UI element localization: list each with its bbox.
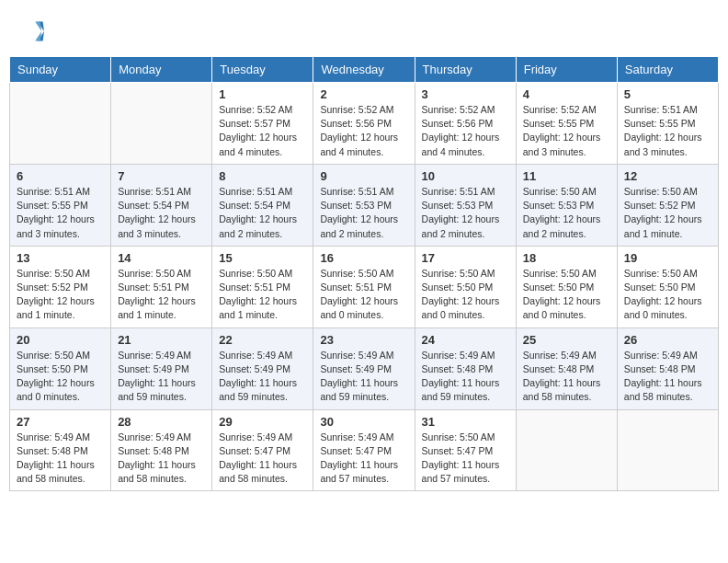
table-row: 10Sunrise: 5:51 AMSunset: 5:53 PMDayligh… [415, 164, 516, 246]
day-number: 29 [219, 415, 306, 429]
day-number: 25 [523, 333, 610, 347]
table-row: 27Sunrise: 5:49 AMSunset: 5:48 PMDayligh… [10, 409, 111, 491]
day-info: Sunrise: 5:50 AMSunset: 5:50 PMDaylight:… [422, 267, 509, 323]
table-row: 11Sunrise: 5:50 AMSunset: 5:53 PMDayligh… [516, 164, 617, 246]
table-row [111, 83, 212, 165]
day-number: 17 [422, 251, 509, 265]
table-row: 5Sunrise: 5:51 AMSunset: 5:55 PMDaylight… [617, 83, 718, 165]
day-number: 11 [523, 169, 610, 183]
day-number: 21 [118, 333, 205, 347]
day-number: 30 [320, 415, 407, 429]
day-number: 19 [624, 251, 711, 265]
day-info: Sunrise: 5:50 AMSunset: 5:47 PMDaylight:… [422, 431, 509, 487]
calendar-week-3: 13Sunrise: 5:50 AMSunset: 5:52 PMDayligh… [10, 246, 719, 327]
table-row: 22Sunrise: 5:49 AMSunset: 5:49 PMDayligh… [212, 327, 313, 409]
day-info: Sunrise: 5:50 AMSunset: 5:51 PMDaylight:… [320, 267, 407, 323]
day-info: Sunrise: 5:49 AMSunset: 5:48 PMDaylight:… [624, 349, 711, 405]
day-number: 24 [422, 333, 509, 347]
table-row: 14Sunrise: 5:50 AMSunset: 5:51 PMDayligh… [111, 246, 212, 327]
day-number: 8 [219, 169, 306, 183]
table-row: 29Sunrise: 5:49 AMSunset: 5:47 PMDayligh… [212, 409, 313, 491]
calendar-week-4: 20Sunrise: 5:50 AMSunset: 5:50 PMDayligh… [10, 327, 719, 409]
day-info: Sunrise: 5:51 AMSunset: 5:55 PMDaylight:… [624, 103, 711, 159]
day-number: 13 [17, 251, 104, 265]
table-row: 30Sunrise: 5:49 AMSunset: 5:47 PMDayligh… [313, 409, 415, 491]
page-header [9, 9, 719, 49]
weekday-header-sunday: Sunday [10, 57, 111, 83]
day-info: Sunrise: 5:50 AMSunset: 5:51 PMDaylight:… [118, 267, 205, 323]
day-number: 10 [422, 169, 509, 183]
table-row: 15Sunrise: 5:50 AMSunset: 5:51 PMDayligh… [212, 246, 313, 327]
day-number: 1 [219, 87, 306, 101]
table-row: 18Sunrise: 5:50 AMSunset: 5:50 PMDayligh… [516, 246, 617, 327]
table-row [617, 409, 718, 491]
svg-marker-1 [35, 22, 41, 41]
table-row: 1Sunrise: 5:52 AMSunset: 5:57 PMDaylight… [212, 83, 313, 165]
table-row: 6Sunrise: 5:51 AMSunset: 5:55 PMDaylight… [10, 164, 111, 246]
day-info: Sunrise: 5:49 AMSunset: 5:48 PMDaylight:… [118, 431, 205, 487]
day-number: 9 [320, 169, 407, 183]
table-row: 12Sunrise: 5:50 AMSunset: 5:52 PMDayligh… [617, 164, 718, 246]
weekday-header-thursday: Thursday [415, 57, 516, 83]
day-info: Sunrise: 5:49 AMSunset: 5:47 PMDaylight:… [320, 431, 407, 487]
day-info: Sunrise: 5:50 AMSunset: 5:50 PMDaylight:… [624, 267, 711, 323]
table-row [10, 83, 111, 165]
table-row: 9Sunrise: 5:51 AMSunset: 5:53 PMDaylight… [313, 164, 415, 246]
day-number: 6 [17, 169, 104, 183]
table-row: 24Sunrise: 5:49 AMSunset: 5:48 PMDayligh… [415, 327, 516, 409]
weekday-header-wednesday: Wednesday [313, 57, 415, 83]
day-number: 28 [118, 415, 205, 429]
day-info: Sunrise: 5:50 AMSunset: 5:51 PMDaylight:… [219, 267, 306, 323]
table-row: 16Sunrise: 5:50 AMSunset: 5:51 PMDayligh… [313, 246, 415, 327]
day-info: Sunrise: 5:52 AMSunset: 5:56 PMDaylight:… [320, 103, 407, 159]
day-info: Sunrise: 5:52 AMSunset: 5:56 PMDaylight:… [422, 103, 509, 159]
day-number: 16 [320, 251, 407, 265]
table-row: 3Sunrise: 5:52 AMSunset: 5:56 PMDaylight… [415, 83, 516, 165]
table-row: 28Sunrise: 5:49 AMSunset: 5:48 PMDayligh… [111, 409, 212, 491]
calendar-week-5: 27Sunrise: 5:49 AMSunset: 5:48 PMDayligh… [10, 409, 719, 491]
logo-icon [18, 18, 44, 44]
table-row: 4Sunrise: 5:52 AMSunset: 5:55 PMDaylight… [516, 83, 617, 165]
day-info: Sunrise: 5:52 AMSunset: 5:55 PMDaylight:… [523, 103, 610, 159]
day-info: Sunrise: 5:50 AMSunset: 5:52 PMDaylight:… [17, 267, 104, 323]
day-info: Sunrise: 5:51 AMSunset: 5:55 PMDaylight:… [17, 185, 104, 241]
day-number: 3 [422, 87, 509, 101]
day-info: Sunrise: 5:49 AMSunset: 5:48 PMDaylight:… [422, 349, 509, 405]
weekday-row: SundayMondayTuesdayWednesdayThursdayFrid… [10, 57, 719, 83]
logo [18, 18, 48, 44]
table-row: 17Sunrise: 5:50 AMSunset: 5:50 PMDayligh… [415, 246, 516, 327]
table-row: 21Sunrise: 5:49 AMSunset: 5:49 PMDayligh… [111, 327, 212, 409]
table-row: 2Sunrise: 5:52 AMSunset: 5:56 PMDaylight… [313, 83, 415, 165]
weekday-header-monday: Monday [111, 57, 212, 83]
calendar-header: SundayMondayTuesdayWednesdayThursdayFrid… [10, 57, 719, 83]
table-row: 7Sunrise: 5:51 AMSunset: 5:54 PMDaylight… [111, 164, 212, 246]
calendar-body: 1Sunrise: 5:52 AMSunset: 5:57 PMDaylight… [10, 83, 719, 491]
day-info: Sunrise: 5:50 AMSunset: 5:50 PMDaylight:… [523, 267, 610, 323]
day-info: Sunrise: 5:50 AMSunset: 5:53 PMDaylight:… [523, 185, 610, 241]
day-info: Sunrise: 5:49 AMSunset: 5:48 PMDaylight:… [17, 431, 104, 487]
weekday-header-tuesday: Tuesday [212, 57, 313, 83]
day-number: 12 [624, 169, 711, 183]
table-row: 31Sunrise: 5:50 AMSunset: 5:47 PMDayligh… [415, 409, 516, 491]
day-info: Sunrise: 5:49 AMSunset: 5:48 PMDaylight:… [523, 349, 610, 405]
table-row: 19Sunrise: 5:50 AMSunset: 5:50 PMDayligh… [617, 246, 718, 327]
calendar-week-1: 1Sunrise: 5:52 AMSunset: 5:57 PMDaylight… [10, 83, 719, 165]
day-number: 4 [523, 87, 610, 101]
day-info: Sunrise: 5:52 AMSunset: 5:57 PMDaylight:… [219, 103, 306, 159]
day-number: 14 [118, 251, 205, 265]
day-info: Sunrise: 5:49 AMSunset: 5:47 PMDaylight:… [219, 431, 306, 487]
table-row: 20Sunrise: 5:50 AMSunset: 5:50 PMDayligh… [10, 327, 111, 409]
day-number: 15 [219, 251, 306, 265]
day-number: 18 [523, 251, 610, 265]
day-info: Sunrise: 5:51 AMSunset: 5:53 PMDaylight:… [320, 185, 407, 241]
calendar-week-2: 6Sunrise: 5:51 AMSunset: 5:55 PMDaylight… [10, 164, 719, 246]
day-number: 22 [219, 333, 306, 347]
day-number: 7 [118, 169, 205, 183]
day-info: Sunrise: 5:49 AMSunset: 5:49 PMDaylight:… [320, 349, 407, 405]
day-info: Sunrise: 5:51 AMSunset: 5:54 PMDaylight:… [118, 185, 205, 241]
weekday-header-friday: Friday [516, 57, 617, 83]
weekday-header-saturday: Saturday [617, 57, 718, 83]
table-row: 23Sunrise: 5:49 AMSunset: 5:49 PMDayligh… [313, 327, 415, 409]
day-info: Sunrise: 5:49 AMSunset: 5:49 PMDaylight:… [219, 349, 306, 405]
calendar-table: SundayMondayTuesdayWednesdayThursdayFrid… [9, 56, 719, 491]
